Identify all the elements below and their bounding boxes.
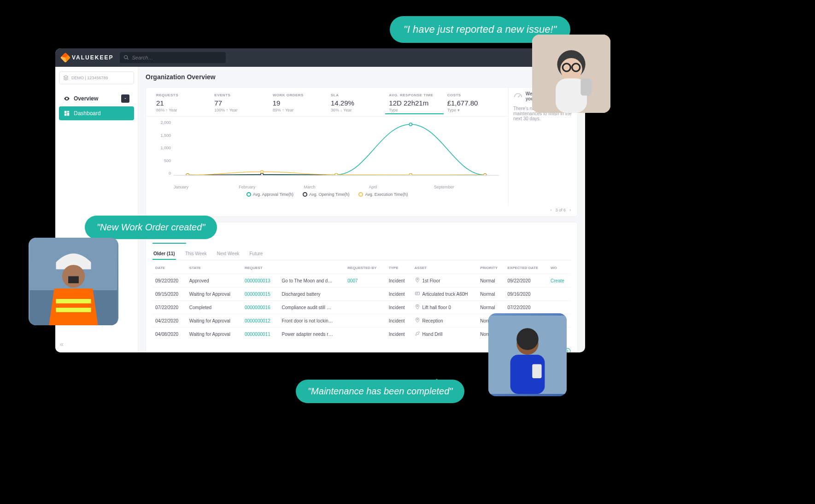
col-header: DATE [152,262,187,274]
dashboard-icon [64,110,70,117]
tool-icon [415,331,420,337]
nav-dashboard-label: Dashboard [74,110,101,117]
pin-icon [415,317,420,324]
col-header: REQUEST [242,262,279,274]
svg-point-14 [484,174,487,175]
svg-point-29 [62,265,85,287]
table-row[interactable]: 07/22/2020Completed0000000016Compliance … [152,301,571,314]
col-header: EXPECTED DATE [505,262,548,274]
nav-overview[interactable]: Overview [59,91,134,106]
legend-item: Avg. Opening Time(h) [303,192,349,197]
col-header: WO [548,262,571,274]
org-chip-label: DEMO | 123456789 [71,76,108,80]
svg-rect-31 [56,299,91,304]
nav-dashboard[interactable]: Dashboard [59,106,134,120]
logo-mark-icon [60,53,71,63]
search-box[interactable] [120,52,226,63]
pin-icon [415,304,420,311]
svg-rect-37 [532,364,541,378]
speech-bubble-2: "New Work Order created" [85,216,217,239]
svg-point-3 [409,123,412,126]
col-header [279,262,345,274]
svg-point-12 [335,173,338,175]
svg-point-6 [261,173,264,175]
stat-costs[interactable]: COSTS£1,677.80Type ▾ [444,92,502,114]
brand-logo: VALUEKEEP [62,54,113,61]
tabs: Older (11)This WeekNext WeekFuture [152,248,571,260]
svg-rect-26 [580,78,592,95]
col-header: ASSET [412,262,478,274]
stat-events[interactable]: EVENTS77100% ↑ Year [211,92,269,114]
tab-older-[interactable]: Older (11) [152,248,176,260]
pager-text: 3 of 6 [555,208,566,212]
pager-next-icon[interactable]: › [569,208,571,212]
pager-prev-icon[interactable]: ‹ [550,208,551,212]
table-row[interactable]: 09/15/2020Waiting for Approval0000000015… [152,287,571,301]
chart-y-axis: 2,0001,5001,0005000 [155,120,174,176]
page-title: Organization Overview [146,73,578,81]
stats-card: REQUESTS2186% ↑ YearEVENTS77100% ↑ YearW… [146,87,578,217]
layers-icon [63,75,69,81]
svg-rect-30 [68,276,79,283]
stat-requests[interactable]: REQUESTS2186% ↑ Year [152,92,211,114]
svg-point-35 [516,328,539,350]
table-row[interactable]: 09/22/2020Approved0000000013Go to The Mo… [152,274,571,287]
chart-plot [174,120,499,176]
stat-sla[interactable]: SLA14.29%36% ↓ Year [327,92,385,114]
svg-point-11 [261,170,264,173]
search-input[interactable] [132,55,222,60]
col-header: STATE [187,262,242,274]
nav-overview-label: Overview [74,95,98,102]
equip-icon [415,291,420,297]
main-content: Organization Overview REQUESTS2186% ↑ Ye… [138,67,585,352]
tab-this-week[interactable]: This Week [184,248,208,260]
svg-point-18 [416,319,418,320]
search-icon [123,55,129,60]
col-header: REQUESTED BY [345,262,386,274]
brand-text: VALUEKEEP [72,54,113,61]
svg-rect-16 [415,292,419,295]
svg-point-10 [186,174,189,175]
svg-rect-32 [56,308,91,312]
avatar-reporter [532,35,610,113]
avatar-worker [29,238,118,325]
org-chip[interactable]: DEMO | 123456789 [59,71,134,84]
chart-container: 2,0001,5001,0005000 JanuaryFebruaryMarch… [146,116,508,206]
speech-bubble-3: "Maintenance has been completed" [296,380,464,403]
eye-icon [64,95,70,102]
collapse-sidebar-icon[interactable]: « [60,340,64,348]
pin-icon [415,277,420,284]
avatar-technician [488,313,567,396]
svg-point-15 [416,279,418,280]
svg-point-13 [409,174,412,175]
nav: Overview Dashboard [59,91,134,120]
topbar: VALUEKEEP + [55,48,585,67]
tab-next-week[interactable]: Next Week [216,248,240,260]
pager: ‹ 3 of 6 › [146,206,577,216]
app-window: VALUEKEEP + DEMO | 123456789 Overview [55,48,585,352]
legend-item: Avg. Execution Time(h) [358,192,408,197]
col-header: PRIORITY [477,262,504,274]
tab-future[interactable]: Future [248,248,264,260]
svg-point-17 [416,305,418,307]
gauge-icon [513,92,523,102]
col-header: TYPE [386,262,412,274]
legend-item: Avg. Approval Time(h) [246,192,293,197]
chart-legend: Avg. Approval Time(h)Avg. Opening Time(h… [155,189,499,201]
stat-work-orders[interactable]: WORK ORDERS1989% ↑ Year [269,92,327,114]
chevron-down-icon [121,94,129,103]
chart-x-axis: JanuaryFebruaryMarchAprilSeptember [174,185,499,189]
stat-avg-response-time[interactable]: AVG. RESPONSE TIME12D 22h21mType [385,92,443,114]
